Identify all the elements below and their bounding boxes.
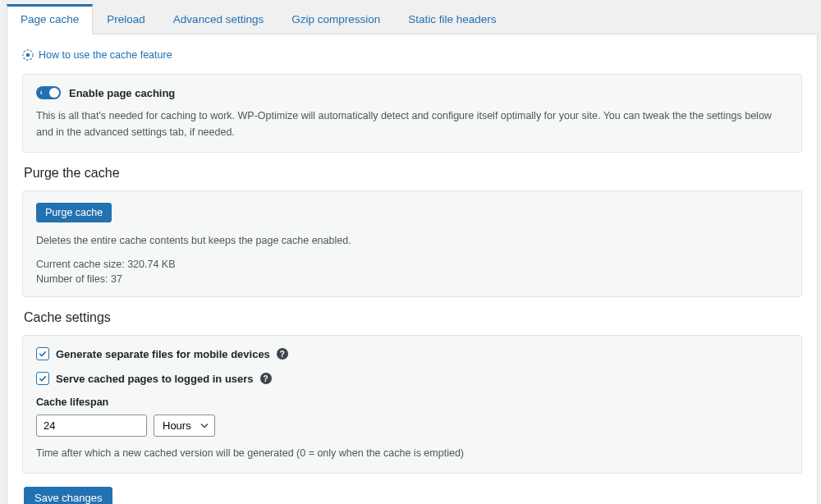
lifespan-input[interactable] [36, 415, 147, 437]
toggle-on-indicator: ı [40, 89, 42, 96]
enable-caching-description: This is all that's needed for caching to… [36, 108, 788, 140]
help-icon [22, 49, 34, 61]
svg-point-1 [26, 53, 30, 57]
toggle-knob [49, 88, 59, 98]
logged-in-help-icon[interactable]: ? [260, 373, 272, 384]
purge-description: Deletes the entire cache contents but ke… [36, 232, 788, 249]
mobile-files-label: Generate separate files for mobile devic… [56, 348, 270, 360]
tab-static-file-headers[interactable]: Static file headers [394, 4, 510, 34]
lifespan-label: Cache lifespan [36, 396, 788, 408]
lifespan-help-text: Time after which a new cached version wi… [36, 445, 788, 461]
cache-size-line: Current cache size: 320.74 KB [36, 259, 788, 270]
enable-caching-label: Enable page caching [69, 87, 175, 99]
save-changes-button[interactable]: Save changes [24, 487, 112, 504]
tab-page-cache[interactable]: Page cache [7, 4, 93, 34]
help-link-label: How to use the cache feature [39, 49, 172, 61]
lifespan-unit-select[interactable]: Hours [154, 415, 215, 437]
tab-gzip-compression[interactable]: Gzip compression [277, 4, 394, 34]
page-cache-panel: How to use the cache feature ı Enable pa… [7, 34, 818, 504]
cache-files-line: Number of files: 37 [36, 273, 788, 285]
logged-in-checkbox[interactable] [36, 372, 49, 385]
logged-in-label: Serve cached pages to logged in users [56, 373, 254, 385]
enable-caching-toggle[interactable]: ı [36, 86, 61, 99]
enable-caching-box: ı Enable page caching This is all that's… [22, 74, 802, 153]
check-icon [38, 373, 48, 383]
tab-bar: Page cache Preload Advanced settings Gzi… [7, 4, 818, 34]
cache-settings-box: Generate separate files for mobile devic… [22, 335, 802, 474]
tab-preload[interactable]: Preload [93, 4, 159, 34]
purge-heading: Purge the cache [24, 166, 802, 181]
mobile-files-checkbox[interactable] [36, 347, 49, 360]
check-icon [38, 349, 48, 359]
purge-cache-button[interactable]: Purge cache [36, 203, 112, 222]
tab-advanced-settings[interactable]: Advanced settings [159, 4, 277, 34]
mobile-files-help-icon[interactable]: ? [277, 348, 288, 360]
purge-box: Purge cache Deletes the entire cache con… [22, 190, 802, 297]
cache-settings-heading: Cache settings [24, 310, 802, 325]
help-link[interactable]: How to use the cache feature [22, 49, 172, 61]
